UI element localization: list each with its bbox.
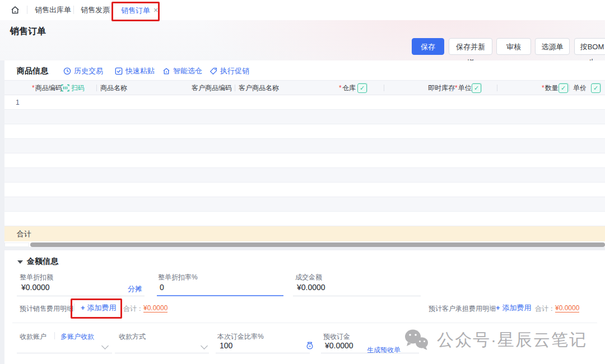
amount-section-title: 金额信息 [27,256,58,267]
add-sales-fee-button[interactable]: +添加费用 [81,303,117,313]
table-row[interactable] [4,183,605,197]
col-price: 单价 [573,81,587,95]
unit-batch-checkbox-icon[interactable]: ✓ [472,83,481,93]
scan-icon [61,84,69,92]
tag-icon [210,67,217,75]
table-header-row: *商品编码 扫码 商品名称 客户商品编码 客户商品名称 *仓库 ✓ 即时库存 *… [4,80,605,95]
sales-order-page: 销售出库单 销售发票 销售订单× 销售订单 保存 保存并新增 审核 选源单 按B… [0,0,605,364]
tab-sales-invoice[interactable]: 销售发票 [81,0,110,20]
chevron-down-icon[interactable] [101,342,109,349]
table-body: 1 [4,95,605,226]
table-row[interactable] [4,168,605,183]
history-trade-label: 历史交易 [74,66,103,76]
customer-fee-detail-label: 预计客户承担费用明细 [429,304,496,314]
col-customer-product-name: 客户商品名称 [239,81,279,95]
warehouse-batch-checkbox-icon[interactable]: ✓ [357,83,367,93]
sales-fee-detail-label: 预计销售费用明细 [20,304,73,314]
deal-amount-value[interactable]: ¥0.0000 [297,283,325,292]
chevron-down-icon[interactable] [201,342,208,349]
add-customer-fee-button[interactable]: +添加费用 [496,303,532,313]
table-row[interactable] [4,110,605,124]
field-underline [17,296,145,296]
field-underline-focused [157,295,283,296]
by-bom-button[interactable]: 按BOM生 [574,38,605,55]
discount-amount-label: 整单折扣额 [20,273,53,282]
col-product-code: *商品编码 [32,81,62,95]
deposit-value[interactable]: ¥0.0000 [325,341,353,350]
promotion-label: 执行促销 [220,66,249,76]
col-product-name: 商品名称 [100,81,127,95]
section-divider [12,323,597,323]
scan-code-label: 扫码 [71,81,85,95]
receive-method-label: 收款方式 [119,332,146,342]
save-button[interactable]: 保存 [412,38,444,55]
required-mark: * [455,84,458,92]
column-divider [235,85,235,91]
table-row[interactable] [4,139,605,153]
topbar-divider [73,6,74,14]
clock-icon [63,67,71,75]
field-underline [321,353,419,353]
home-icon[interactable] [10,5,20,15]
scan-code-button[interactable]: 扫码 [61,81,85,95]
deposit-rate-label: 本次订金比率% [217,332,264,342]
table-row[interactable]: 1 [4,95,605,110]
required-mark: * [32,84,35,92]
table-row[interactable] [4,197,605,212]
page-title: 销售订单 [10,26,46,38]
column-divider [384,85,384,91]
discount-rate-value[interactable]: 0 [160,283,164,292]
total-row: 合计 [4,226,605,241]
checkbox-icon [115,67,123,75]
col-qty: *数量 [542,81,559,95]
warehouse-icon [162,67,170,75]
save-and-new-button[interactable]: 保存并新增 [449,38,492,55]
select-underline[interactable] [17,353,112,353]
deposit-label: 预收订金 [323,332,350,342]
tab-sales-outbound[interactable]: 销售出库单 [35,0,71,20]
discount-rate-label: 整单折扣率% [158,273,198,282]
multi-account-link[interactable]: 多账户收款 [61,332,94,342]
audit-button[interactable]: 审核 [496,38,531,55]
generate-receipt-link[interactable]: 生成预收单 [367,346,401,355]
required-mark: * [339,84,342,92]
money-bag-lock-icon[interactable] [305,341,314,350]
topbar-divider [27,6,27,14]
column-divider [452,85,453,91]
close-icon[interactable]: × [153,6,158,15]
column-divider [96,85,97,91]
fee-divider [74,304,75,311]
table-row[interactable] [4,153,605,168]
total-label: 合计 [17,230,31,238]
smart-warehouse-label: 智能选仓 [173,66,202,76]
deposit-rate-value[interactable]: 100 [220,341,232,350]
qty-batch-checkbox-icon[interactable]: ✓ [559,83,568,93]
table-row[interactable] [4,212,605,226]
field-underline [293,296,421,296]
select-underline[interactable] [115,353,209,353]
select-source-button[interactable]: 选源单 [535,38,570,55]
promotion-link[interactable]: 执行促销 [210,66,249,76]
history-trade-link[interactable]: 历史交易 [63,66,103,76]
customer-fee-total-value[interactable]: ¥0.0000 [555,304,579,312]
tab-sales-order-label: 销售订单 [121,6,150,15]
col-warehouse: *仓库 [339,81,356,95]
table-row[interactable] [4,124,605,139]
share-link[interactable]: 分摊 [128,284,142,294]
collapse-triangle-icon[interactable] [17,260,23,264]
plus-icon: + [496,304,500,312]
fee-divider [490,304,490,311]
discount-amount-value[interactable]: ¥0.0000 [21,283,50,292]
col-stock: 即时库存 [428,81,455,95]
tab-sales-order-active[interactable]: 销售订单× [121,0,158,20]
deal-amount-label: 成交金额 [295,273,322,282]
sales-fee-total-value[interactable]: ¥0.0000 [143,304,167,312]
col-customer-product-code: 客户商品编码 [192,81,232,95]
smart-warehouse-link[interactable]: 智能选仓 [162,66,202,76]
scrollbar-thumb[interactable] [30,242,605,247]
column-divider [569,85,570,91]
tab-bar: 销售出库单 销售发票 销售订单× [0,0,605,20]
watermark: 公众号·星辰云笔记 [402,328,587,352]
price-batch-checkbox-icon[interactable]: ✓ [591,83,601,93]
quick-paste-link[interactable]: 快速粘贴 [115,66,155,76]
